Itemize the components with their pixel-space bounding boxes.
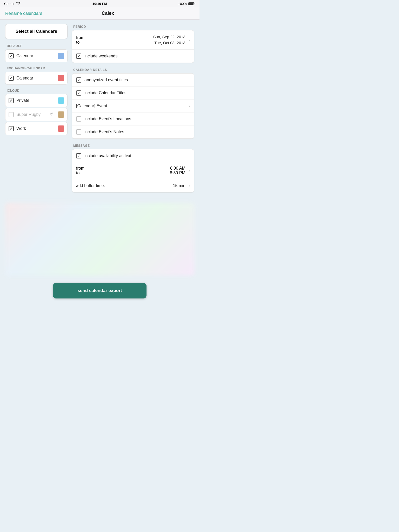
include-notes-label: include Event's Notes (84, 130, 190, 134)
time-range-row[interactable]: from to 8:00 AM 8:30 PM › (72, 162, 194, 179)
include-locations-row: include Event's Locations (72, 112, 194, 125)
calendar-event-row[interactable]: [Calendar] Event › (72, 99, 194, 112)
include-weekends-row: include weekends (72, 50, 194, 63)
checkbox-include-weekends[interactable] (76, 54, 81, 59)
checkbox-icloud-work[interactable] (9, 126, 14, 131)
message-section-header: MESSAGE (72, 143, 194, 149)
rename-calendars-button[interactable]: Rename calendars (5, 11, 42, 16)
checkbox-exchange-calendar[interactable] (9, 76, 14, 81)
anonymized-row: anonymized event titles (72, 74, 194, 87)
calendar-event-label: [Calendar] Event (76, 104, 185, 108)
period-section: PERIOD from to Sun, Sep 22, 2013 Tue, Oc… (72, 24, 194, 63)
buffer-time-value: 15 min (173, 183, 185, 188)
anonymized-label: anonymized event titles (84, 78, 190, 82)
period-labels: from to (76, 35, 84, 45)
availability-text-label: include availability as text (84, 154, 190, 158)
send-button-wrapper: send calendar export (0, 278, 200, 306)
checkbox-icloud-superrugby[interactable] (9, 112, 14, 117)
availability-text-row: include availability as text (72, 149, 194, 162)
buffer-time-row[interactable]: add buffer time: 15 min › (72, 179, 194, 192)
checkbox-include-cal-titles[interactable] (76, 90, 81, 96)
calendar-group-default: DEFAULT Calendar (5, 43, 68, 62)
to-label: to (76, 40, 84, 45)
calendar-event-chevron: › (189, 104, 190, 108)
cal-name-exchange-calendar: Calendar (16, 76, 55, 81)
time-labels: from to (76, 166, 84, 175)
calendar-group-exchange: EXCHANGE-CALENDAR Calendar (5, 65, 68, 85)
group-label-default: DEFAULT (5, 43, 68, 49)
calendar-item-icloud-private: Private (5, 94, 68, 107)
group-label-exchange: EXCHANGE-CALENDAR (5, 65, 68, 71)
calendar-details-header: CALENDAR-DETAILS (72, 67, 194, 73)
status-time: 10:19 PM (92, 2, 107, 6)
checkbox-anonymized[interactable] (76, 77, 81, 83)
carrier-label: Carrier (4, 2, 15, 6)
status-bar: Carrier 10:19 PM 100% (0, 0, 200, 7)
include-cal-titles-row: include Calendar Titles (72, 87, 194, 99)
date-range-row[interactable]: from to Sun, Sep 22, 2013 Tue, Oct 08, 2… (72, 30, 194, 50)
app-title: Calex (102, 11, 114, 16)
time-values: 8:00 AM 8:30 PM (170, 166, 185, 175)
checkbox-include-locations[interactable] (76, 116, 81, 122)
nav-bar: Rename calendars Calex (0, 7, 200, 20)
battery-icon (188, 2, 195, 5)
include-cal-titles-label: include Calendar Titles (84, 91, 190, 95)
time-from-label: from (76, 166, 84, 171)
buffer-time-label: add buffer time: (76, 183, 170, 188)
time-from-value: 8:00 AM (170, 166, 185, 171)
period-section-card: from to Sun, Sep 22, 2013 Tue, Oct 08, 2… (72, 30, 194, 63)
calendar-item-default-calendar: Calendar (5, 49, 68, 62)
cal-color-icloud-work (58, 125, 64, 132)
period-section-header: PERIOD (72, 24, 194, 30)
calendar-details-card: anonymized event titles include Calendar… (72, 73, 194, 139)
checkbox-availability-text[interactable] (76, 153, 81, 158)
checkbox-icloud-private[interactable] (9, 98, 14, 103)
time-to-value: 8:30 PM (170, 171, 185, 175)
time-range-chevron: › (189, 168, 190, 173)
calendar-group-icloud: ICLOUD Private Super Rugby (5, 88, 68, 135)
left-column: Select all Calendars DEFAULT Calendar EX… (5, 24, 68, 197)
wifi-icon (16, 2, 20, 5)
message-section: MESSAGE include availability as text fro… (72, 143, 194, 192)
cal-color-default-calendar (58, 53, 64, 59)
cal-color-exchange-calendar (58, 75, 64, 81)
cal-color-icloud-private (58, 97, 64, 104)
include-locations-label: include Event's Locations (84, 117, 190, 121)
group-label-icloud: ICLOUD (5, 88, 68, 94)
checkbox-include-notes[interactable] (76, 129, 81, 135)
calendar-details-section: CALENDAR-DETAILS anonymized event titles… (72, 67, 194, 139)
calendar-item-icloud-superrugby: Super Rugby (5, 108, 68, 121)
calendar-item-exchange-calendar: Calendar (5, 72, 68, 85)
buffer-time-chevron: › (189, 183, 190, 188)
from-label: from (76, 35, 84, 40)
time-to-label: to (76, 171, 84, 175)
cal-name-icloud-private: Private (16, 98, 55, 103)
status-right: 100% (178, 2, 195, 6)
include-weekends-label: include weekends (84, 54, 190, 58)
svg-rect-0 (51, 115, 51, 116)
rss-icon (50, 112, 54, 117)
right-column: PERIOD from to Sun, Sep 22, 2013 Tue, Oc… (72, 24, 194, 197)
period-dates: Sun, Sep 22, 2013 Tue, Oct 08, 2013 (153, 34, 185, 46)
chevron-icon: › (189, 38, 190, 42)
cal-name-icloud-work: Work (16, 126, 55, 131)
cal-color-icloud-superrugby (58, 111, 64, 118)
blurred-background (5, 203, 194, 276)
from-date: Sun, Sep 22, 2013 (153, 34, 185, 40)
checkbox-default-calendar[interactable] (9, 53, 14, 58)
main-content: Select all Calendars DEFAULT Calendar EX… (0, 20, 200, 201)
cal-name-default-calendar: Calendar (16, 54, 55, 58)
message-section-card: include availability as text from to 8:0… (72, 149, 194, 192)
send-calendar-export-button[interactable]: send calendar export (53, 283, 147, 298)
to-date: Tue, Oct 08, 2013 (153, 40, 185, 46)
status-left: Carrier (4, 2, 20, 6)
battery-percent: 100% (178, 2, 187, 6)
include-notes-row: include Event's Notes (72, 125, 194, 138)
calendar-item-icloud-work: Work (5, 122, 68, 135)
select-all-button[interactable]: Select all Calendars (5, 24, 68, 39)
cal-name-icloud-superrugby: Super Rugby (16, 112, 48, 117)
